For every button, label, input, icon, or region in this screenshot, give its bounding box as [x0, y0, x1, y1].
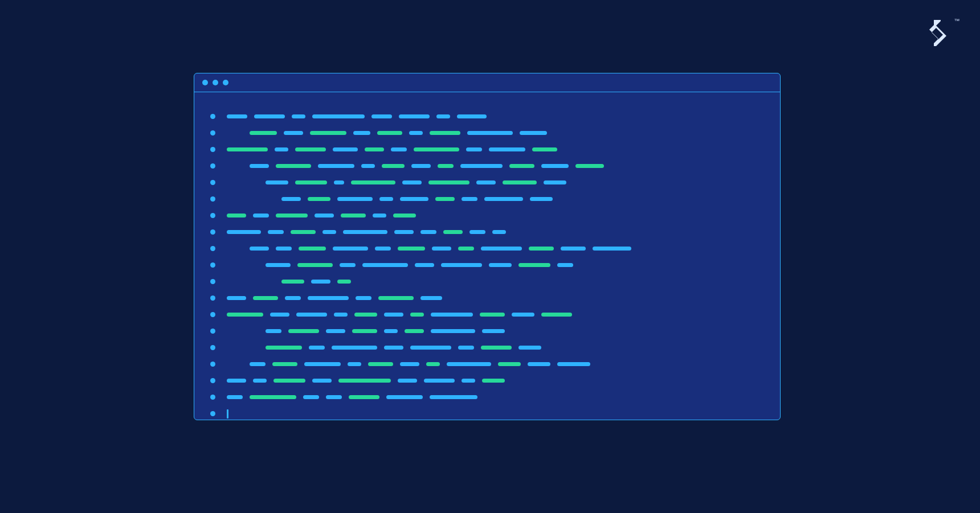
code-token	[489, 147, 525, 151]
code-token	[378, 296, 414, 300]
code-token	[430, 395, 477, 399]
code-token	[276, 247, 292, 251]
code-token	[227, 230, 261, 234]
code-line	[210, 306, 764, 323]
code-token	[304, 362, 341, 366]
code-token	[253, 214, 269, 217]
code-token	[462, 379, 475, 383]
code-line	[210, 389, 764, 405]
code-token	[489, 263, 512, 267]
code-token	[349, 395, 379, 399]
code-token	[398, 379, 417, 383]
code-token	[322, 230, 336, 234]
code-line	[210, 125, 764, 141]
code-token	[398, 247, 425, 251]
code-token	[466, 147, 482, 151]
code-token	[373, 214, 386, 217]
code-token	[481, 247, 522, 251]
code-token	[431, 313, 473, 317]
code-token	[447, 362, 491, 366]
line-bullet-icon	[210, 213, 215, 218]
code-token	[371, 114, 392, 118]
code-token	[292, 114, 305, 118]
code-token	[386, 395, 423, 399]
code-line	[210, 405, 764, 422]
code-token	[561, 247, 586, 251]
window-control-dot[interactable]	[223, 80, 228, 85]
code-token	[254, 114, 285, 118]
code-token	[593, 247, 631, 251]
code-token	[518, 346, 541, 350]
code-token	[284, 131, 303, 135]
code-line	[210, 339, 764, 356]
code-token	[498, 362, 521, 366]
code-token	[541, 313, 572, 317]
code-token	[400, 362, 419, 366]
code-token	[351, 180, 395, 184]
line-bullet-icon	[210, 395, 215, 400]
code-token	[272, 362, 297, 366]
code-token	[557, 263, 573, 267]
code-token	[353, 131, 370, 135]
code-token	[512, 313, 534, 317]
line-bullet-icon	[210, 345, 215, 350]
line-bullet-icon	[210, 378, 215, 383]
code-token	[400, 197, 428, 201]
code-token	[334, 313, 348, 317]
code-token	[250, 164, 269, 168]
code-token	[273, 379, 305, 383]
code-token	[326, 395, 342, 399]
code-token	[333, 247, 368, 251]
code-token	[270, 313, 289, 317]
code-token	[409, 131, 423, 135]
code-token	[432, 247, 451, 251]
code-token	[443, 230, 463, 234]
line-bullet-icon	[210, 229, 215, 235]
code-token	[393, 214, 416, 217]
code-token	[227, 147, 268, 151]
code-line	[210, 257, 764, 273]
code-token	[295, 180, 327, 184]
code-token	[227, 214, 246, 217]
code-line	[210, 207, 764, 224]
code-token	[518, 263, 550, 267]
code-token	[288, 329, 319, 333]
window-control-dot[interactable]	[213, 80, 218, 85]
code-token	[410, 346, 451, 350]
code-area	[194, 92, 780, 433]
code-token	[435, 197, 455, 201]
code-token	[276, 214, 308, 217]
code-token	[509, 164, 534, 168]
code-token	[337, 280, 351, 284]
code-token	[492, 230, 506, 234]
brand-logo: ™	[926, 20, 949, 46]
code-token	[356, 296, 371, 300]
code-token	[361, 164, 375, 168]
code-token	[315, 214, 334, 217]
code-token	[384, 313, 403, 317]
line-bullet-icon	[210, 296, 215, 301]
line-bullet-icon	[210, 362, 215, 367]
code-token	[528, 362, 550, 366]
window-control-dot[interactable]	[202, 80, 208, 85]
code-token	[297, 263, 333, 267]
code-token	[227, 313, 263, 317]
line-bullet-icon	[210, 279, 215, 284]
code-token	[541, 164, 569, 168]
code-token	[414, 147, 459, 151]
code-line	[210, 273, 764, 290]
line-bullet-icon	[210, 147, 215, 152]
code-token	[333, 147, 358, 151]
code-token	[341, 214, 366, 217]
code-token	[544, 180, 566, 184]
code-token	[481, 346, 512, 350]
code-token	[402, 180, 422, 184]
code-line	[210, 240, 764, 257]
code-token	[337, 197, 373, 201]
text-cursor	[227, 409, 228, 418]
code-token	[285, 296, 301, 300]
line-bullet-icon	[210, 411, 215, 416]
code-token	[368, 362, 393, 366]
code-token	[253, 296, 278, 300]
code-token	[338, 379, 391, 383]
